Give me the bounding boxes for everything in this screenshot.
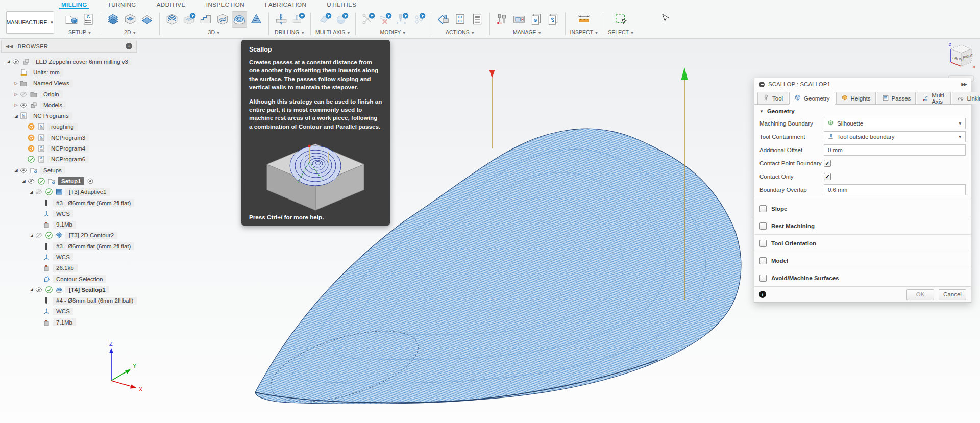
browser-item[interactable]: ◢[T3] Adaptive1 [1, 187, 137, 197]
browser-item[interactable]: 26.1kb [1, 263, 137, 273]
browser-item[interactable]: GNCProgram3 [1, 132, 137, 143]
3d-viewport[interactable]: Z Y X FRONT RIGHT Z X ◀◀ BROWSER - ◢LED … [0, 39, 980, 423]
ribbon-group-label[interactable]: 2D ▼ [124, 29, 136, 35]
ribbon-group-label[interactable]: MULTI-AXIS ▼ [315, 29, 351, 35]
ribbon-group-label[interactable]: DRILLING ▼ [275, 29, 305, 35]
simulate-icon[interactable] [436, 11, 451, 28]
eye-icon[interactable] [35, 286, 43, 294]
browser-item[interactable]: #3 - Ø6mm flat (6mm 2fl flat) [1, 197, 137, 208]
setup-sheet-icon[interactable] [470, 11, 485, 28]
browser-item[interactable]: ▷Models [1, 99, 137, 110]
browser-item[interactable]: Groughing [1, 121, 137, 132]
browser-item-label[interactable]: NCProgram3 [47, 134, 89, 141]
browser-item[interactable]: 9.1Mb [1, 219, 137, 230]
tree-twisty-icon[interactable]: ◢ [28, 287, 35, 292]
ribbon-group-label[interactable]: ACTIONS ▼ [446, 29, 475, 35]
ncprogram-icon[interactable]: G [81, 11, 96, 28]
ribbon-tab-fabrication[interactable]: FABRICATION [263, 1, 308, 9]
cancel-button[interactable]: Cancel [939, 289, 966, 300]
model-checkbox[interactable] [760, 257, 767, 264]
2d-pocket-icon[interactable] [122, 11, 138, 28]
browser-item[interactable]: ▷Origin [1, 89, 137, 99]
rest-machining-checkbox[interactable] [760, 222, 767, 230]
tree-twisty-icon[interactable]: ◢ [20, 179, 27, 183]
contact-point-boundary-checkbox[interactable]: ✓ [824, 160, 831, 167]
dialog-tab-heights[interactable]: Heights [836, 92, 876, 104]
browser-item[interactable]: WCS [1, 252, 137, 262]
contact-only-checkbox[interactable]: ✓ [824, 173, 831, 180]
dialog-collapse-icon[interactable]: ▶▶ [961, 82, 966, 87]
ok-button[interactable]: OK [906, 289, 934, 300]
browser-item[interactable]: ◢LED Zeppelin cover 6mm milling v3 [1, 56, 137, 67]
measure-icon[interactable] [576, 11, 592, 28]
eye-icon[interactable] [12, 58, 20, 66]
steep-and-shallow-icon[interactable] [198, 11, 213, 28]
drill-icon[interactable] [274, 11, 289, 28]
tool-orientation-checkbox[interactable] [760, 240, 767, 247]
browser-item[interactable]: GNCProgram4 [1, 143, 137, 154]
delete-passes-icon[interactable] [377, 11, 393, 28]
browser-item[interactable]: Contour Selection [1, 273, 137, 284]
boundary-overlap-input[interactable]: 0.6 mm [824, 184, 966, 195]
eye-icon[interactable] [19, 101, 28, 109]
eyeoff-icon[interactable] [19, 90, 28, 98]
browser-item-label[interactable]: roughing [47, 123, 78, 131]
tree-twisty-icon[interactable]: ◢ [5, 59, 12, 64]
model-group[interactable]: Model [754, 252, 971, 269]
swarf-icon[interactable] [317, 11, 332, 28]
browser-item[interactable]: ◢[T4] Scallop1 [1, 284, 137, 295]
browser-item[interactable]: WCS [1, 306, 137, 317]
ribbon-group-label[interactable]: SETUP ▼ [68, 29, 91, 35]
tree-twisty-icon[interactable]: ▷ [13, 103, 19, 107]
dialog-tab-multi-axis[interactable]: Multi-Axis [917, 92, 951, 104]
browser-item-label[interactable]: NCProgram4 [47, 145, 89, 153]
browser-item-label[interactable]: 9.1Mb [53, 221, 76, 229]
browser-item-label[interactable]: Contour Selection [53, 275, 106, 283]
ribbon-group-label[interactable]: SELECT ▼ [608, 29, 634, 35]
ramp-icon[interactable] [249, 11, 264, 28]
dialog-header[interactable]: SCALLOP : SCALLOP1 ▶▶ [754, 78, 971, 90]
browser-item-label[interactable]: 7.1Mb [53, 318, 76, 326]
browser-item-label[interactable]: Setups [40, 166, 65, 174]
ribbon-group-label[interactable]: MANAGE ▼ [513, 29, 542, 35]
machining-boundary-dropdown[interactable]: Silhouette▼ [824, 118, 966, 129]
browser-item[interactable]: Units: mm [1, 67, 137, 78]
ncprograms-doc-icon[interactable]: G [528, 11, 544, 28]
info-icon[interactable]: i [759, 291, 766, 298]
eye-icon[interactable] [27, 177, 35, 185]
hole-recognition-icon[interactable] [290, 11, 306, 28]
ribbon-tab-utilities[interactable]: UTILITIES [325, 1, 358, 9]
browser-item[interactable]: ◢GNC Programs [1, 110, 137, 121]
tool-orientation-group[interactable]: Tool Orientation [754, 234, 971, 252]
tree-twisty-icon[interactable]: ▷ [13, 81, 19, 86]
browser-item-label[interactable]: NC Programs [30, 112, 72, 120]
2d-face-icon[interactable] [106, 11, 121, 28]
tree-twisty-icon[interactable]: ◢ [28, 190, 35, 194]
adaptive-clearing-icon[interactable] [164, 11, 180, 28]
dialog-tab-passes[interactable]: Passes [877, 92, 916, 104]
slope-checkbox[interactable] [760, 205, 767, 212]
browser-item[interactable]: ◢[T3] 2D Contour2 [1, 230, 137, 241]
browser-item-label[interactable]: #3 - Ø6mm flat (6mm 2fl flat) [53, 242, 134, 250]
pattern-icon[interactable] [411, 11, 426, 28]
eyeoff-icon[interactable] [35, 231, 43, 239]
browser-item[interactable]: ◢Setup1 [1, 176, 137, 186]
geometry-section-header[interactable]: ▼ Geometry [754, 105, 971, 117]
rest-machining-group[interactable]: Rest Machining [754, 217, 971, 234]
browser-item-label[interactable]: Setup1 [58, 177, 84, 185]
additional-offset-input[interactable]: 0 mm [824, 144, 966, 156]
eye-icon[interactable] [19, 166, 28, 175]
browser-item-label[interactable]: Units: mm [30, 68, 63, 76]
ribbon-group-label[interactable]: MODIFY ▼ [380, 29, 406, 35]
browser-item-label[interactable]: WCS [53, 210, 74, 217]
browser-item[interactable]: WCS [1, 208, 137, 219]
browser-item-label[interactable]: #3 - Ø6mm flat (6mm 2fl flat) [53, 199, 134, 207]
browser-item-label[interactable]: WCS [53, 253, 74, 261]
ribbon-tab-milling[interactable]: MILLING [59, 1, 89, 9]
browser-item-label[interactable]: 26.1kb [53, 264, 78, 272]
ribbon-group-label[interactable]: INSPECT ▼ [570, 29, 599, 35]
edit-passes-icon[interactable] [394, 11, 409, 28]
avoid-machine-surfaces-group[interactable]: Avoid/Machine Surfaces [754, 269, 971, 286]
collapse-panel-icon[interactable]: ◀◀ [6, 44, 13, 49]
tree-twisty-icon[interactable]: ◢ [13, 114, 19, 118]
